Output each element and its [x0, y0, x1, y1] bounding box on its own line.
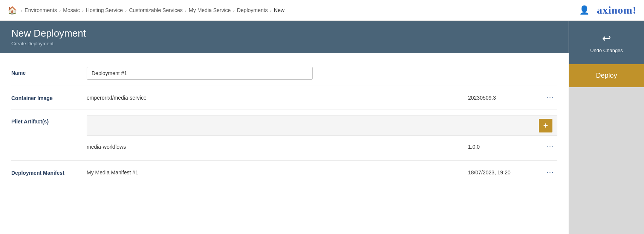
sep-6: ›	[270, 8, 271, 13]
breadcrumb-new: New	[274, 7, 285, 13]
name-field-value	[87, 67, 557, 80]
manifest-row: My Media Manifest #1 18/07/2023, 19:20 ·…	[87, 167, 557, 178]
content-area: New Deployment Create Deployment Name Co…	[0, 21, 569, 234]
manifest-more-button[interactable]: ···	[543, 167, 557, 178]
sep-3: ›	[125, 8, 127, 13]
name-label: Name	[11, 67, 87, 76]
pilet-item-row: media-workflows 1.0.0 ···	[87, 139, 557, 154]
breadcrumb-my-media-service[interactable]: My Media Service	[189, 7, 231, 13]
container-image-version: 20230509.3	[468, 95, 543, 101]
container-image-name: emperorrxf/media-service	[87, 95, 468, 101]
container-image-value: emperorrxf/media-service 20230509.3 ···	[87, 92, 557, 103]
brand-logo: axinom!	[597, 4, 636, 16]
container-row: emperorrxf/media-service 20230509.3 ···	[87, 92, 557, 103]
pilet-artifacts-label: Pilet Artifact(s)	[11, 115, 87, 125]
pilet-version: 1.0.0	[468, 144, 543, 150]
undo-changes-label: Undo Changes	[590, 48, 623, 53]
undo-changes-button[interactable]: ↩ Undo Changes	[569, 21, 644, 64]
pilet-add-row: +	[87, 115, 557, 136]
sep-5: ›	[233, 8, 234, 13]
sep-1: ›	[59, 8, 61, 13]
sep-4: ›	[185, 8, 187, 13]
container-image-row: Container Image emperorrxf/media-service…	[11, 86, 557, 109]
deployment-manifest-label: Deployment Manifest	[11, 167, 87, 176]
deploy-button[interactable]: Deploy	[569, 64, 644, 87]
pilet-more-button[interactable]: ···	[543, 141, 557, 152]
container-image-more-button[interactable]: ···	[543, 92, 557, 103]
breadcrumb-environments[interactable]: Environments	[24, 7, 57, 13]
deployment-manifest-value: My Media Manifest #1 18/07/2023, 19:20 ·…	[87, 167, 557, 178]
sidebar-background	[569, 87, 644, 234]
breadcrumb: 🏠 › Environments › Mosaic › Hosting Serv…	[8, 6, 285, 15]
pilet-name: media-workflows	[87, 144, 468, 150]
sep-2: ›	[82, 8, 84, 13]
page-title: New Deployment	[11, 28, 557, 39]
top-nav: 🏠 › Environments › Mosaic › Hosting Serv…	[0, 0, 644, 21]
breadcrumb-mosaic[interactable]: Mosaic	[63, 7, 80, 13]
right-sidebar: ↩ Undo Changes Deploy	[569, 21, 644, 234]
pilet-artifacts-row: Pilet Artifact(s) + media-workflows 1.0.…	[11, 109, 557, 161]
manifest-name: My Media Manifest #1	[87, 169, 468, 176]
name-input[interactable]	[87, 67, 313, 80]
sep-0: ›	[21, 8, 22, 13]
breadcrumb-customizable-services[interactable]: Customizable Services	[129, 7, 182, 13]
page-header: New Deployment Create Deployment	[0, 21, 569, 53]
pilet-artifacts-value: + media-workflows 1.0.0 ···	[87, 115, 557, 154]
manifest-date: 18/07/2023, 19:20	[468, 169, 543, 176]
deploy-label: Deploy	[596, 72, 617, 80]
name-row: Name	[11, 61, 557, 86]
main-layout: New Deployment Create Deployment Name Co…	[0, 21, 644, 234]
user-icon[interactable]: 👤	[579, 5, 589, 15]
undo-icon: ↩	[602, 32, 611, 45]
form-area: Name Container Image emperorrxf/media-se…	[0, 53, 569, 234]
pilet-add-button[interactable]: +	[539, 119, 552, 132]
page-subtitle: Create Deployment	[11, 41, 557, 46]
breadcrumb-hosting-service[interactable]: Hosting Service	[86, 7, 123, 13]
deployment-manifest-row: Deployment Manifest My Media Manifest #1…	[11, 161, 557, 184]
container-image-label: Container Image	[11, 92, 87, 101]
home-icon[interactable]: 🏠	[8, 6, 17, 15]
breadcrumb-deployments[interactable]: Deployments	[237, 7, 268, 13]
nav-right: 👤 axinom!	[579, 4, 636, 16]
